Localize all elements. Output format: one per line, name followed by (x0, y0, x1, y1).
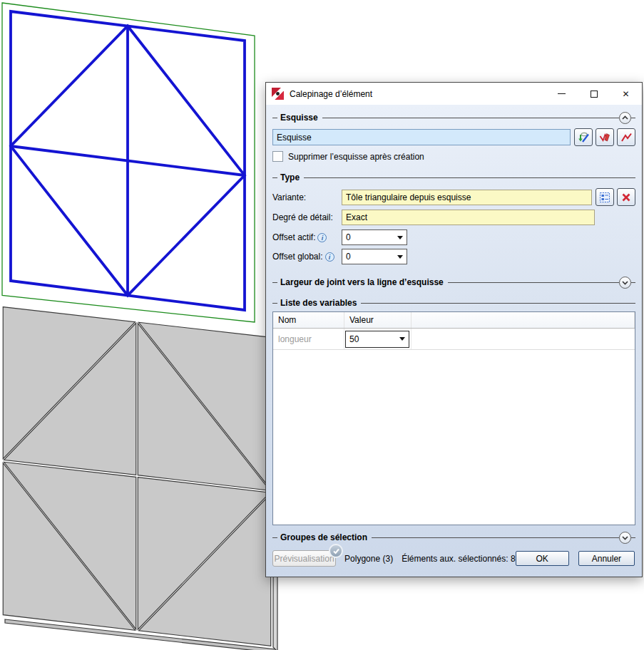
divider (272, 303, 277, 304)
table-row: longueur 50 (273, 329, 635, 350)
offset-global-dropdown[interactable]: 0 (342, 249, 407, 264)
divider (631, 282, 635, 283)
collapse-section-button[interactable] (619, 112, 631, 124)
variante-field[interactable] (342, 190, 592, 205)
preview-done-badge (329, 544, 343, 558)
close-icon: ✕ (622, 89, 629, 99)
degre-label: Degré de détail: (272, 212, 342, 222)
status-polygon: Polygone (3) (344, 554, 393, 564)
dialog-content: Esquisse (266, 105, 642, 577)
minimize-button[interactable] (546, 83, 578, 105)
delete-sketch-after-creation-checkbox[interactable] (272, 151, 283, 162)
sketch-polyline-icon (620, 131, 633, 144)
column-header-valeur: Valeur (344, 312, 412, 328)
variable-name: longueur (273, 329, 344, 349)
offset-global-label: Offset global:i (272, 252, 342, 262)
dialog-footer: Prévisualisation Polygone (3) Éléments a… (272, 550, 635, 567)
divider (272, 177, 277, 178)
degre-field[interactable] (342, 210, 595, 225)
variante-label: Variante: (272, 192, 342, 202)
chevron-up-icon (620, 113, 630, 123)
variante-catalog-button[interactable] (596, 188, 614, 206)
element-tiling-dialog: Calepinage d’élément ✕ Esquisse (265, 82, 643, 577)
dialog-title: Calepinage d’élément (290, 89, 372, 99)
section-esquisse-header: Esquisse (272, 112, 635, 123)
red-x-icon (620, 192, 632, 203)
catalog-list-icon (598, 191, 611, 204)
divider (322, 118, 619, 118)
chevron-down-icon (620, 533, 630, 542)
section-title: Type (280, 172, 300, 182)
assign-sketch-button[interactable] (574, 128, 593, 146)
divider (304, 177, 635, 178)
column-header-empty (412, 312, 635, 328)
section-variables-header: Liste des variables (272, 297, 635, 309)
offset-global-value: 0 (346, 252, 351, 262)
chevron-down-icon (397, 255, 403, 259)
maximize-icon (591, 91, 598, 98)
divider (272, 282, 277, 283)
column-header-nom: Nom (273, 312, 344, 328)
table-header-row: Nom Valeur (273, 312, 635, 329)
sketch-view[interactable] (2, 3, 255, 322)
section-title: Groupes de sélection (280, 532, 367, 542)
divider (448, 282, 619, 283)
section-type-header: Type (272, 172, 635, 183)
title-bar[interactable]: Calepinage d’élément ✕ (266, 83, 642, 105)
select-sketch-button[interactable] (617, 128, 635, 146)
chevron-down-icon (620, 278, 630, 287)
variable-value: 50 (349, 334, 359, 344)
divider (631, 118, 635, 118)
section-title: Largeur de joint vers la ligne d’esquiss… (280, 277, 444, 287)
delete-sketch-icon (598, 131, 611, 144)
cancel-button[interactable]: Annuler (578, 551, 635, 566)
info-icon: i (325, 252, 334, 262)
section-groupes-header: Groupes de sélection (272, 532, 635, 543)
assign-sketch-icon (577, 131, 590, 144)
expand-section-button[interactable] (619, 277, 631, 289)
expand-section-button[interactable] (619, 532, 631, 544)
variante-clear-button[interactable] (617, 188, 635, 206)
info-icon: i (317, 233, 327, 242)
chevron-down-icon (399, 337, 405, 341)
variables-table: Nom Valeur longueur 50 (272, 311, 635, 525)
chevron-down-icon (397, 236, 403, 239)
model-view[interactable] (3, 307, 277, 650)
divider (372, 537, 619, 538)
divider (272, 118, 277, 118)
offset-actif-label: Offset actif:i (272, 232, 342, 243)
status-aux-elements: Éléments aux. sélectionnés: 8 (402, 554, 515, 564)
check-icon (332, 547, 340, 555)
section-title: Esquisse (280, 113, 318, 123)
section-title: Liste des variables (280, 298, 357, 308)
minimize-icon (558, 93, 566, 94)
variable-value-dropdown[interactable]: 50 (345, 331, 409, 348)
esquisse-input[interactable] (272, 129, 571, 145)
application-canvas: Calepinage d’élément ✕ Esquisse (0, 0, 644, 650)
divider (631, 537, 635, 538)
close-button[interactable]: ✕ (610, 83, 642, 105)
app-icon (272, 88, 284, 100)
offset-actif-dropdown[interactable]: 0 (342, 229, 407, 245)
divider (272, 537, 277, 538)
delete-sketch-button[interactable] (596, 128, 614, 146)
divider (361, 303, 635, 304)
offset-actif-value: 0 (346, 232, 351, 242)
checkbox-label: Supprimer l’esquisse après création (288, 152, 424, 162)
preview-button[interactable]: Prévisualisation (272, 550, 336, 567)
maximize-button[interactable] (578, 83, 610, 105)
section-largeur-header: Largeur de joint vers la ligne d’esquiss… (272, 277, 635, 288)
ok-button[interactable]: OK (516, 551, 569, 566)
